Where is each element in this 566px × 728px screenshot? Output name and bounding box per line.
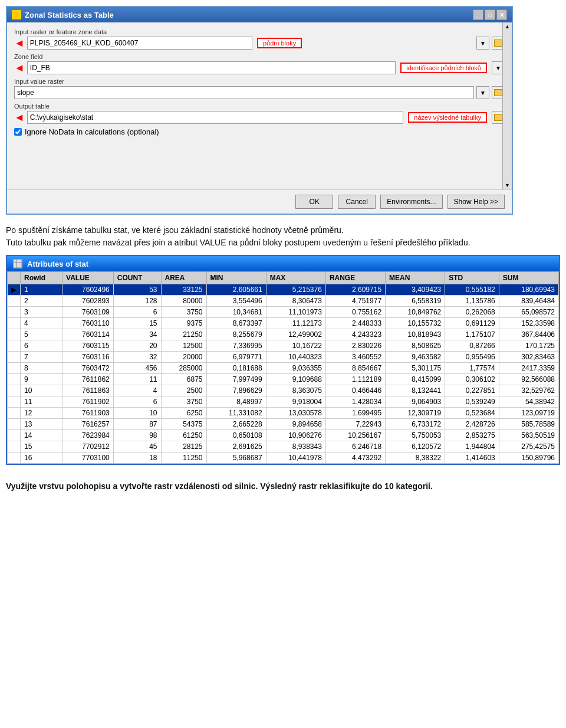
dialog-spacer	[14, 136, 505, 183]
cell-count: 128	[113, 296, 161, 307]
zone-field-label: Zone field	[14, 53, 505, 60]
table-row[interactable]: 6760311520125007,33699510,167222,8302268…	[8, 340, 559, 352]
cell-min: 7,336995	[206, 340, 266, 352]
cancel-button[interactable]: Cancel	[338, 195, 376, 209]
nodata-checkbox[interactable]	[14, 128, 22, 136]
col-count: COUNT	[113, 272, 161, 284]
cell-sum: 32,529762	[499, 385, 558, 396]
row-marker-cell	[8, 396, 21, 408]
value-raster-browse-icon	[494, 89, 502, 96]
cell-range: 0,466446	[325, 385, 385, 396]
cell-std: 1,135786	[445, 296, 499, 307]
output-table-group: Output table ◄ název výsledné tabulky	[14, 103, 505, 124]
cell-rowid: 13	[21, 419, 62, 430]
environments-button[interactable]: Environments...	[380, 195, 442, 209]
cell-value: 7603472	[62, 363, 114, 374]
cell-area: 11250	[161, 452, 206, 464]
value-raster-dropdown[interactable]: ▼	[476, 86, 489, 99]
cell-rowid: 5	[21, 329, 62, 340]
zone-dropdown[interactable]: ▼	[476, 37, 489, 50]
cell-min: 0,650108	[206, 430, 266, 441]
zone-field-input[interactable]	[27, 61, 396, 74]
cell-area: 285000	[161, 363, 206, 374]
zone-input[interactable]	[27, 37, 252, 50]
cell-min: 8,673397	[206, 318, 266, 329]
dialog-titlebar-left: Zonal Statistics as Table	[12, 10, 114, 19]
show-help-button[interactable]: Show Help >>	[447, 195, 505, 209]
output-table-input[interactable]	[27, 111, 403, 124]
cell-std: 0,539249	[445, 396, 499, 408]
row-marker-cell	[8, 296, 21, 307]
bottom-text-section: Využijte vrstvu polohopisu a vytvořte ra…	[0, 471, 566, 499]
table-title-icon	[13, 259, 22, 268]
bottom-text-bold: Využijte vrstvu polohopisu a vytvořte ra…	[6, 481, 433, 491]
cell-max: 10,906276	[266, 430, 325, 441]
attr-table-wrapper: Attributes of stat Rowid VALUE COUNT ARE…	[6, 255, 560, 465]
ok-button[interactable]: OK	[295, 195, 333, 209]
text-section-1: Po spuštění získáme tabulku stat, ve kte…	[0, 215, 566, 255]
value-raster-input[interactable]	[14, 86, 474, 99]
row-marker-cell	[8, 419, 21, 430]
close-button[interactable]: ✕	[496, 9, 507, 20]
cell-min: 2,665228	[206, 419, 266, 430]
table-row[interactable]: 376031096375010,3468111,1019730,75516210…	[8, 307, 559, 318]
cell-mean: 10,849762	[386, 307, 445, 318]
cell-min: 2,691625	[206, 441, 266, 452]
cell-sum: 839,46484	[499, 296, 558, 307]
cell-max: 5,215376	[266, 284, 325, 296]
dialog-titlebar: Zonal Statistics as Table _ □ ✕	[7, 7, 512, 22]
row-marker-cell	[8, 340, 21, 352]
cell-mean: 9,064903	[386, 396, 445, 408]
table-row[interactable]: 7760311632200006,97977110,4403233,460552…	[8, 352, 559, 363]
table-row[interactable]: 976118621168757,9974999,1096881,1121898,…	[8, 374, 559, 385]
cell-max: 9,109688	[266, 374, 325, 385]
table-row[interactable]: 117611902637508,489979,9180041,4280349,0…	[8, 396, 559, 408]
table-row[interactable]: ▶1760249653331252,6056615,2153762,609715…	[8, 284, 559, 296]
zone-field-arrow: ◄	[14, 62, 25, 74]
table-row[interactable]: 16770310018112505,96868710,4419784,47329…	[8, 452, 559, 464]
cell-mean: 6,558319	[386, 296, 445, 307]
cell-value: 7702912	[62, 441, 114, 452]
cell-area: 80000	[161, 296, 206, 307]
cell-value: 7611902	[62, 396, 114, 408]
table-row[interactable]: 27602893128800003,5544968,3064734,751977…	[8, 296, 559, 307]
table-row[interactable]: 476031101593758,67339711,121732,44833310…	[8, 318, 559, 329]
dialog-title: Zonal Statistics as Table	[25, 11, 114, 19]
col-marker	[8, 272, 21, 284]
cell-area: 9375	[161, 318, 206, 329]
scroll-up[interactable]: ▲	[505, 24, 510, 29]
cell-count: 98	[113, 430, 161, 441]
col-std: STD	[445, 272, 499, 284]
cell-max: 9,036355	[266, 363, 325, 374]
row-arrow-icon: ▶	[11, 286, 17, 294]
cell-count: 11	[113, 374, 161, 385]
table-row[interactable]: 107611863425007,8966298,3630750,4664468,…	[8, 385, 559, 396]
zone-field-annotation: identifikace půdních bloků	[400, 63, 487, 73]
cell-max: 10,441978	[266, 452, 325, 464]
cell-area: 54375	[161, 419, 206, 430]
cell-max: 13,030578	[266, 408, 325, 419]
restore-button[interactable]: □	[485, 9, 495, 20]
table-row[interactable]: 14762398498612500,65010810,90627610,2561…	[8, 430, 559, 441]
cell-range: 4,243323	[325, 329, 385, 340]
cell-range: 0,755162	[325, 307, 385, 318]
cell-rowid: 3	[21, 307, 62, 318]
scroll-down[interactable]: ▼	[505, 182, 510, 188]
cell-min: 0,181688	[206, 363, 266, 374]
table-row[interactable]: 5760311434212508,25567912,4990024,243323…	[8, 329, 559, 340]
table-row[interactable]: 12761190310625011,33108213,0305781,69949…	[8, 408, 559, 419]
minimize-button[interactable]: _	[473, 9, 483, 20]
table-row[interactable]: 13761625787543752,6652289,8946587,229436…	[8, 419, 559, 430]
cell-std: 0,523684	[445, 408, 499, 419]
cell-min: 2,605661	[206, 284, 266, 296]
table-row[interactable]: 15770291245281252,6916258,9383436,246718…	[8, 441, 559, 452]
row-marker-cell: ▶	[8, 284, 21, 296]
dialog-body: Input raster or feature zone data ◄ půdn…	[7, 22, 512, 189]
row-marker-cell	[8, 363, 21, 374]
dialog-scrollbar[interactable]: ▲ ▼	[502, 22, 512, 189]
output-browse-icon	[494, 114, 502, 121]
cell-max: 8,306473	[266, 296, 325, 307]
table-row[interactable]: 876034724562850000,1816889,0363558,85466…	[8, 363, 559, 374]
col-mean: MEAN	[386, 272, 445, 284]
cell-sum: 180,69943	[499, 284, 558, 296]
